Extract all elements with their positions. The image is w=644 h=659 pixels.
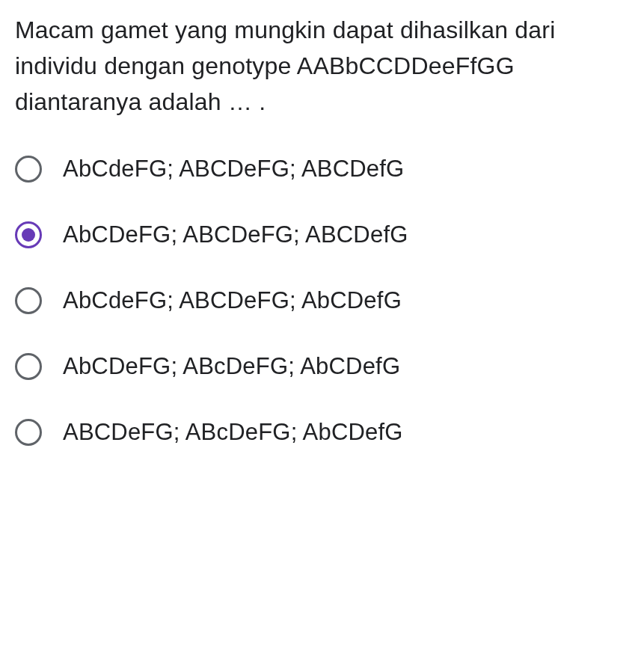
radio-selected-icon [15,221,42,248]
option-label: ABCDeFG; ABcDeFG; AbCDefG [63,419,403,446]
radio-icon [15,287,42,314]
option-1[interactable]: AbCDeFG; ABCDeFG; ABCDefG [15,221,629,248]
radio-icon [15,156,42,183]
option-label: AbCDeFG; ABcDeFG; AbCDefG [63,353,400,380]
option-3[interactable]: AbCDeFG; ABcDeFG; AbCDefG [15,353,629,380]
option-2[interactable]: AbCdeFG; ABCDeFG; AbCDefG [15,287,629,314]
option-0[interactable]: AbCdeFG; ABCDeFG; ABCDefG [15,156,629,183]
option-label: AbCdeFG; ABCDeFG; ABCDefG [63,156,404,183]
option-4[interactable]: ABCDeFG; ABcDeFG; AbCDefG [15,419,629,446]
option-label: AbCdeFG; ABCDeFG; AbCDefG [63,287,402,314]
radio-icon [15,419,42,446]
radio-icon [15,353,42,380]
options-container: AbCdeFG; ABCDeFG; ABCDefG AbCDeFG; ABCDe… [15,156,629,446]
question-text: Macam gamet yang mungkin dapat dihasilka… [15,12,629,120]
option-label: AbCDeFG; ABCDeFG; ABCDefG [63,221,408,248]
radio-inner-icon [22,228,35,242]
